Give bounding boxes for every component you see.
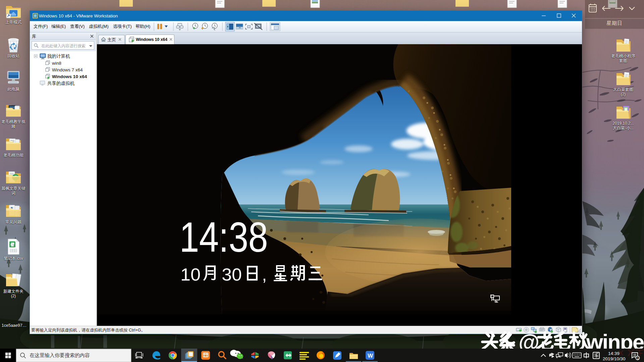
svg-text:2019/10/30: 2019/10/30 <box>603 356 626 361</box>
svg-text:W: W <box>368 353 373 359</box>
svg-text:14:38: 14:38 <box>179 213 268 261</box>
svg-text:win8: win8 <box>52 61 61 66</box>
svg-text:10: 10 <box>180 265 201 284</box>
svg-text:,: , <box>262 265 267 284</box>
svg-text:14:39: 14:39 <box>608 351 620 356</box>
svg-text:共享的虚拟机: 共享的虚拟机 <box>47 81 75 86</box>
svg-text:在这里输入你要搜索的内容: 在这里输入你要搜索的内容 <box>30 352 90 358</box>
svg-text:Windows 7 x64: Windows 7 x64 <box>52 67 83 72</box>
svg-text:Windows 10 x64: Windows 10 x64 <box>52 74 87 79</box>
svg-text:1: 1 <box>637 356 639 360</box>
svg-text:30: 30 <box>222 265 242 284</box>
svg-text:我的计算机: 我的计算机 <box>47 54 70 59</box>
